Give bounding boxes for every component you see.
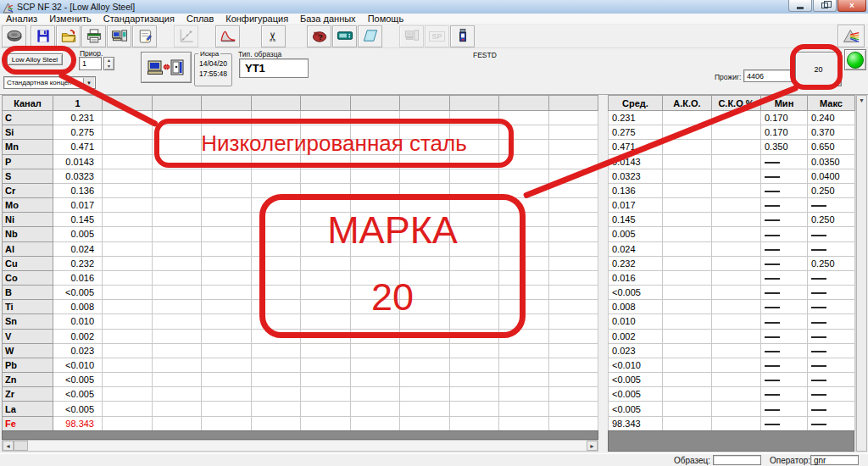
menu-alloy[interactable]: Сплав <box>181 14 220 24</box>
cell-empty <box>499 286 549 300</box>
priority-stepper[interactable]: ▲▼ <box>103 57 114 70</box>
col-header-max[interactable]: Макс <box>808 96 855 111</box>
cell-element: Mo <box>3 198 53 213</box>
menu-help[interactable]: Помощь <box>362 14 410 24</box>
col-header-empty[interactable] <box>499 96 549 111</box>
col-header-empty[interactable] <box>449 96 499 111</box>
cell-concentration: 98.343 <box>53 416 103 430</box>
cell-concentration: 0.0323 <box>53 169 103 183</box>
col-header-burn1[interactable]: 1 <box>53 96 103 111</box>
col-header-min[interactable]: Мин <box>761 96 808 111</box>
col-header-empty[interactable] <box>202 96 252 111</box>
cell-empty <box>548 227 598 241</box>
cell-empty <box>400 286 450 300</box>
restore-button[interactable] <box>813 0 837 12</box>
col-header-empty[interactable] <box>350 96 400 111</box>
menu-standardization[interactable]: Стандартизация <box>97 14 181 24</box>
sp-mode-button[interactable]: SP <box>425 25 449 47</box>
save-button[interactable] <box>31 25 55 47</box>
cell-empty <box>400 402 450 416</box>
col-header-empty[interactable] <box>152 96 202 111</box>
priority-input[interactable]: 1 <box>79 57 102 70</box>
toolbar: ✂ ? SP <box>0 25 868 48</box>
cell-empty <box>301 125 351 140</box>
cell-empty <box>202 111 252 125</box>
menu-analysis[interactable]: Анализ <box>0 14 43 24</box>
col-header-sko[interactable]: С.К.О.% <box>712 96 761 111</box>
cell-min <box>761 387 808 402</box>
left-table-hscrollbar[interactable]: ◄ ► <box>2 440 598 452</box>
standardize-button[interactable] <box>107 25 131 47</box>
usb-key-button[interactable] <box>450 25 475 47</box>
cell-empty <box>548 111 598 125</box>
cell-average: 0.0143 <box>609 154 663 169</box>
cell-sko <box>712 154 761 169</box>
usb-key-icon <box>454 28 471 44</box>
cell-concentration: <0.005 <box>53 387 103 402</box>
cell-min <box>761 213 808 227</box>
minimize-button[interactable] <box>788 0 812 12</box>
grade-button[interactable]: Low Alloy Steel <box>7 53 63 65</box>
col-header-empty[interactable] <box>301 96 351 111</box>
col-header-empty[interactable] <box>103 96 153 111</box>
cell-element: Pb <box>3 358 53 372</box>
worksheet-button[interactable] <box>358 25 382 47</box>
close-button[interactable]: × <box>837 0 866 12</box>
spin-down-icon[interactable]: ▼ <box>104 64 114 69</box>
scroll-down-icon[interactable]: ▼ <box>856 95 867 452</box>
prism-button[interactable] <box>837 25 865 47</box>
open-button[interactable] <box>56 25 81 47</box>
connection-indicator[interactable] <box>844 49 866 70</box>
cell-empty <box>202 227 252 241</box>
grade-number-button[interactable]: 20 <box>795 52 842 86</box>
profile-peak-button[interactable] <box>215 25 240 47</box>
col-header-empty[interactable] <box>400 96 450 111</box>
cut-button[interactable]: ✂ <box>261 25 286 47</box>
cell-empty <box>449 256 499 270</box>
menu-database[interactable]: База данных <box>294 14 362 24</box>
spin-up-icon[interactable]: ▲ <box>104 58 114 64</box>
menu-edit[interactable]: Изменить <box>43 14 97 24</box>
col-header-empty[interactable] <box>251 96 301 111</box>
cell-empty <box>202 169 252 183</box>
cell-element: Ni <box>3 213 53 227</box>
table-row: 0.2750.1700.370 <box>609 125 855 140</box>
table-row: Mn0.471 <box>3 140 598 154</box>
cell-element: Zr <box>3 387 53 402</box>
scroll-left-icon[interactable]: ◄ <box>3 441 14 451</box>
table-row: La<0.005 <box>3 402 598 416</box>
table-row: Mo0.017 <box>3 198 598 213</box>
cell-empty <box>251 169 301 183</box>
remote-computer-button[interactable] <box>399 25 424 47</box>
calibration-curve-button[interactable] <box>174 25 198 47</box>
table-row: Ni0.145 <box>3 213 598 227</box>
table-row: 0.005 <box>609 227 855 241</box>
connect-instrument-button[interactable] <box>141 52 192 83</box>
cell-empty <box>400 198 450 213</box>
cell-empty <box>449 387 499 402</box>
col-header-channel[interactable]: Канал <box>3 96 53 111</box>
sample-disk-button[interactable] <box>2 25 26 47</box>
right-table-footer-band <box>608 430 854 452</box>
operator-status-input[interactable]: gnr <box>810 455 859 465</box>
menu-configuration[interactable]: Конфигурация <box>220 14 294 24</box>
cell-empty <box>449 358 499 372</box>
report-button[interactable] <box>132 25 157 47</box>
col-header-empty[interactable] <box>548 96 598 111</box>
table-row: Sn0.010 <box>3 314 598 329</box>
burn-count-input[interactable]: 4406 <box>743 69 793 82</box>
right-table-vscrollbar[interactable]: ▼ <box>855 95 867 452</box>
sample-type-input[interactable]: YT1 <box>239 58 309 78</box>
print-button[interactable] <box>81 25 106 47</box>
analysis-mode-select[interactable]: Стандартная концент ▼ <box>3 76 96 89</box>
scroll-right-icon[interactable]: ► <box>587 441 598 451</box>
cell-empty <box>400 358 450 372</box>
instrument-console-button[interactable] <box>332 25 357 47</box>
scroll-thumb[interactable] <box>14 441 28 451</box>
chevron-down-icon[interactable]: ▼ <box>83 78 94 87</box>
cell-element: Zn <box>3 373 53 387</box>
diagnostics-button[interactable]: ? <box>307 25 331 47</box>
sample-status-input[interactable] <box>713 455 761 465</box>
col-header-avg[interactable]: Сред. <box>609 96 663 111</box>
col-header-ako[interactable]: А.К.О. <box>663 96 712 111</box>
